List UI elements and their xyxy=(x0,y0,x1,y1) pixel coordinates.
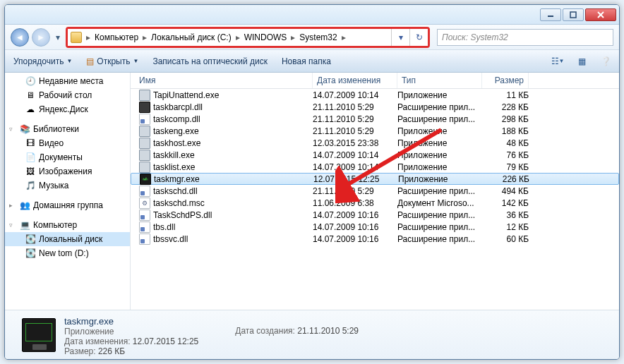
file-row[interactable]: taskeng.exe21.11.2010 5:29Приложение188 … xyxy=(131,125,619,137)
drive-icon: 💽 xyxy=(25,233,36,245)
file-row[interactable]: TapiUnattend.exe14.07.2009 10:14Приложен… xyxy=(131,89,619,101)
file-icon xyxy=(139,210,150,221)
file-type: Расширение прил... xyxy=(397,114,482,124)
details-size-value: 226 КБ xyxy=(98,346,125,356)
svg-rect-1 xyxy=(570,12,576,18)
history-dropdown[interactable]: ▾ xyxy=(53,28,63,47)
search-input[interactable]: Поиск: System32 xyxy=(437,29,613,46)
file-row[interactable]: taskhost.exe12.03.2015 23:38Приложение48… xyxy=(131,137,619,149)
desktop-icon: 🖥 xyxy=(25,90,36,101)
file-row[interactable]: taskcomp.dll21.11.2010 5:29Расширение пр… xyxy=(131,113,619,125)
homegroup-icon: 👥 xyxy=(19,200,30,211)
col-type[interactable]: Тип xyxy=(397,73,482,88)
file-icon xyxy=(139,114,150,125)
organize-button[interactable]: Упорядочить ▼ xyxy=(11,55,75,68)
file-row[interactable]: taskschd.msc11.06.2009 6:38Документ Micr… xyxy=(131,197,619,209)
address-bar-highlight: ▸ Компьютер▸ Локальный диск (C:)▸ WINDOW… xyxy=(66,27,430,48)
file-date: 21.11.2010 5:29 xyxy=(313,102,397,112)
details-size-label: Размер: xyxy=(64,346,96,356)
nav-music[interactable]: 🎵Музыка xyxy=(5,178,130,193)
file-size: 226 КБ xyxy=(483,174,529,184)
view-options-button[interactable]: ☷ ▼ xyxy=(550,54,565,69)
help-button[interactable]: ❔ xyxy=(598,54,613,69)
nav-localdisk[interactable]: 💽Локальный диск xyxy=(5,232,130,246)
breadcrumb-seg[interactable]: Локальный диск (C:) xyxy=(148,32,234,42)
file-name: taskmgr.exe xyxy=(154,174,200,184)
explorer-window: ◄ ► ▾ ▸ Компьютер▸ Локальный диск (C:)▸ … xyxy=(4,4,620,360)
file-row[interactable]: taskschd.dll21.11.2010 5:29Расширение пр… xyxy=(131,185,619,197)
file-name: TapiUnattend.exe xyxy=(153,90,219,100)
refresh-button[interactable]: ↻ xyxy=(409,29,428,46)
file-name: tasklist.exe xyxy=(153,162,195,172)
nav-video[interactable]: 🎞Видео xyxy=(5,136,130,150)
nav-recent[interactable]: 🕘Недавние места xyxy=(5,74,130,88)
music-icon: 🎵 xyxy=(25,180,36,191)
file-type: Расширение прил... xyxy=(397,234,482,244)
file-size: 79 КБ xyxy=(482,162,529,172)
new-folder-button[interactable]: Новая папка xyxy=(279,55,334,68)
file-row[interactable]: TaskSchdPS.dll14.07.2009 10:16Расширение… xyxy=(131,209,619,221)
nav-desktop[interactable]: 🖥Рабочий стол xyxy=(5,88,130,102)
nav-row: ◄ ► ▾ ▸ Компьютер▸ Локальный диск (C:)▸ … xyxy=(5,25,619,50)
file-type: Расширение прил... xyxy=(397,222,482,232)
file-icon xyxy=(139,186,150,197)
documents-icon: 📄 xyxy=(25,152,36,163)
col-size[interactable]: Размер xyxy=(482,73,529,88)
file-icon xyxy=(139,162,150,173)
chevron-icon[interactable]: ▸ xyxy=(9,202,13,209)
breadcrumb-seg[interactable]: WINDOWS xyxy=(241,32,290,42)
navigation-pane[interactable]: 🕘Недавние места 🖥Рабочий стол ☁Яндекс.Ди… xyxy=(5,73,131,310)
maximize-button[interactable] xyxy=(563,8,584,21)
file-list[interactable]: TapiUnattend.exe14.07.2009 10:14Приложен… xyxy=(131,89,619,310)
burn-button[interactable]: Записать на оптический диск xyxy=(150,55,270,68)
file-row[interactable]: tasklist.exe14.07.2009 10:14Приложение79… xyxy=(131,161,619,173)
file-icon xyxy=(139,102,150,113)
address-bar[interactable]: ▸ Компьютер▸ Локальный диск (C:)▸ WINDOW… xyxy=(68,29,391,46)
preview-pane-button[interactable]: ▦ xyxy=(574,54,589,69)
file-type: Приложение xyxy=(397,138,482,148)
open-button[interactable]: ▤Открыть ▼ xyxy=(83,55,141,68)
col-name[interactable]: Имя xyxy=(131,73,313,88)
file-icon xyxy=(139,90,150,101)
file-size: 142 КБ xyxy=(482,198,529,208)
file-size: 228 КБ xyxy=(482,102,529,112)
file-size: 298 КБ xyxy=(482,114,529,124)
nav-newtom[interactable]: 💽New tom (D:) xyxy=(5,246,130,260)
file-icon xyxy=(139,222,150,233)
col-date[interactable]: Дата изменения xyxy=(313,73,397,88)
search-placeholder: Поиск: System32 xyxy=(442,32,508,42)
file-row[interactable]: taskkill.exe14.07.2009 10:14Приложение76… xyxy=(131,149,619,161)
minimize-button[interactable] xyxy=(540,8,561,21)
file-size: 48 КБ xyxy=(482,138,529,148)
file-row[interactable]: taskmgr.exe12.07.2015 12:25Приложение226… xyxy=(131,173,619,185)
computer-icon: 💻 xyxy=(19,219,30,231)
breadcrumb-seg[interactable]: Компьютер xyxy=(92,32,141,42)
titlebar xyxy=(5,5,619,25)
file-date: 14.07.2009 10:16 xyxy=(313,210,397,220)
address-dropdown[interactable]: ▾ xyxy=(391,29,409,46)
taskmgr-large-icon xyxy=(22,318,56,352)
nav-homegroup[interactable]: ▸👥Домашняя группа xyxy=(5,198,130,212)
details-modified-label: Дата изменения: xyxy=(64,336,131,346)
chevron-icon[interactable]: ▿ xyxy=(9,222,13,229)
nav-yadisk[interactable]: ☁Яндекс.Диск xyxy=(5,102,130,116)
chevron-icon[interactable]: ▿ xyxy=(9,126,13,133)
file-date: 14.07.2009 10:16 xyxy=(313,234,397,244)
file-name: taskcomp.dll xyxy=(153,114,200,124)
file-row[interactable]: tbssvc.dll14.07.2009 10:16Расширение при… xyxy=(131,233,619,245)
breadcrumb-seg[interactable]: System32 xyxy=(296,32,340,42)
file-icon xyxy=(139,138,150,149)
nav-pictures[interactable]: 🖼Изображения xyxy=(5,164,130,178)
back-button[interactable]: ◄ xyxy=(11,28,29,47)
file-name: TaskSchdPS.dll xyxy=(153,210,212,220)
forward-button[interactable]: ► xyxy=(32,28,50,47)
details-filename: taskmgr.exe xyxy=(64,316,198,327)
nav-documents[interactable]: 📄Документы xyxy=(5,150,130,164)
file-row[interactable]: taskbarcpl.dll21.11.2010 5:29Расширение … xyxy=(131,101,619,113)
nav-libraries[interactable]: ▿📚Библиотеки xyxy=(5,122,130,136)
close-button[interactable] xyxy=(585,8,616,21)
file-type: Расширение прил... xyxy=(397,102,482,112)
file-row[interactable]: tbs.dll14.07.2009 10:16Расширение прил..… xyxy=(131,221,619,233)
nav-computer[interactable]: ▿💻Компьютер xyxy=(5,218,130,232)
file-name: tbs.dll xyxy=(153,222,175,232)
